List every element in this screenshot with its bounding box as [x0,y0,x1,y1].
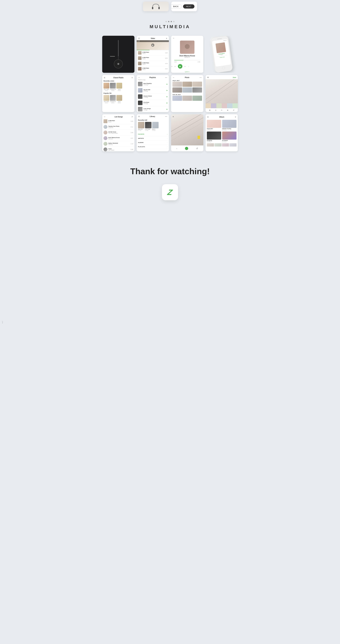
list-item[interactable]: Tired Alan Walker 3:38 [102,147,134,151]
photo-cell[interactable] [192,96,202,101]
adjust-tool[interactable]: ⊙ [215,109,216,111]
back-icon[interactable]: ← [173,76,175,78]
artists-menu-item[interactable]: ARITISTS › [137,136,169,140]
recently-listen-list: ROV Traffic FM 88.8 Computer Art FM 88.8… [102,82,134,92]
popular-fm-list: ROV Traffic FM 88.8 Computer Art FM 88.8… [102,94,134,104]
photo-cell[interactable] [172,82,182,87]
station-item[interactable]: Computer Art FM 88.8 [110,83,116,91]
album-count: 17 songs [145,130,152,131]
album-thumb[interactable]: Love Songs 17 songs [145,122,152,131]
hamburger-icon[interactable]: ☰ [138,116,140,117]
album-name: Rock 2... [152,129,158,130]
back-icon[interactable]: ← [173,37,175,39]
album-item[interactable]: Vietnam Country 32 Photos [222,120,236,130]
playlists-menu-item[interactable]: PLAYLISTS › [137,145,169,149]
refresh-icon[interactable]: ↺ [196,147,198,150]
album-thumbnail[interactable] [207,143,214,146]
shuffle-icon[interactable]: ⇄ [132,116,133,118]
hamburger-icon[interactable]: ☰ [207,116,209,118]
dot-3 [171,21,172,22]
station-item[interactable]: Computer Art FM 88.8 [110,95,116,103]
playlist-item[interactable]: Love Songs 1 songs ▶ [137,106,169,112]
station-item[interactable]: ROV Traffic FM 88.8 [104,95,109,103]
song-duration: 3:07 [130,138,133,139]
favorite-menu-item[interactable]: FAVORITE › [137,132,169,136]
list-item[interactable]: Hailee Steinfeld Starving 1:19 [102,141,134,147]
album-item[interactable]: Shopping 46 Photos [207,132,221,142]
more-icon[interactable]: ••• [165,77,167,78]
hamburger-icon[interactable]: ☰ [104,77,105,78]
album-item[interactable]: Art Sketch 31 Photos [222,132,236,142]
album-thumbnail[interactable] [214,143,222,146]
headphone-card [143,2,169,11]
more-icon[interactable]: ••• [165,116,167,117]
save-button[interactable]: Save [233,77,236,78]
player-progress-bar[interactable] [174,60,200,60]
play-icon[interactable]: ▶ [166,90,168,91]
list-item[interactable]: It Will Rain Bruno 4:25 [102,118,134,124]
list-item[interactable]: It Will Rain Bruno 4:25 [137,66,169,72]
crop-tool[interactable]: ⊞ [209,109,210,111]
photo-cell[interactable] [182,82,192,87]
play-button[interactable]: ▶ [178,64,182,68]
chevron-right-icon: › [167,142,168,143]
album-item[interactable]: Travel 2017 21 Photos [207,120,221,130]
list-item[interactable]: All We Know The Chainsmokers 3:46 [102,130,134,136]
photo-cell[interactable] [172,96,182,101]
back-button[interactable]: BACK [171,4,182,8]
albums-label: ALBUMS [138,142,144,143]
list-item[interactable]: Dont Wanna Know Maroon5 3:07 [102,136,134,141]
photo-cell[interactable] [172,88,182,92]
back-icon[interactable]: ← [104,116,106,118]
more-icon[interactable]: ••• [200,77,202,78]
brush-tool[interactable]: ✏ [221,109,222,111]
photo-cell[interactable] [182,88,192,92]
search-tool[interactable]: ⊕ [227,109,228,111]
back-icon[interactable]: ← [138,76,140,78]
song-duration: 2:11 [130,126,133,128]
albums-menu-item[interactable]: ALBUMS › [137,140,169,145]
album-thumb[interactable]: Balad 2017 31 songs [138,122,144,131]
undo-tool[interactable]: ↺ [233,109,234,111]
station-item[interactable]: ROV Traffic FM 88.8 [104,83,109,91]
album-name: Travel 2017 [207,128,221,129]
playlist-item[interactable]: New Playlists 10 songs ▶ [137,81,169,87]
list-item[interactable]: It Will Rain Bruno 4:25 [137,56,169,61]
svg-rect-0 [152,7,153,9]
list-item[interactable]: It Will Rain Bruno 4:25 [137,50,169,56]
close-icon[interactable]: ✕ [172,116,174,118]
add-icon[interactable]: + [132,76,133,79]
lyrics-button[interactable]: Lyrics ∨ [171,70,203,73]
prev-icon[interactable]: ‹ [176,147,177,150]
next-icon[interactable]: ⏭ [184,66,186,67]
play-icon[interactable]: ▶ [166,102,168,104]
edit-screen-header: ✕ Save [206,75,238,79]
photo-cell[interactable] [192,88,202,92]
album-thumbnail[interactable] [222,143,229,146]
list-item[interactable]: Twenty One Pilots Heathens 2:11 [102,124,134,130]
play-icon[interactable]: ▶ [166,108,168,110]
photo-cell[interactable] [182,96,192,101]
station-item[interactable]: Quick FM 88.8 [116,95,122,103]
edit-toolbar: ⊞ ⊙ ✏ ⊕ ↺ [206,108,238,112]
previous-icon[interactable]: ⏮ [174,66,176,67]
add-icon[interactable]: + [166,37,167,40]
shuffle-icon[interactable]: ⇄ [171,66,172,67]
album-thumbnail[interactable] [230,143,236,146]
playlist-item[interactable]: Purchase 58 songs ▶ [137,100,169,106]
play-icon[interactable]: ▶ [166,96,168,98]
station-item[interactable]: Quick FM 88.8 [116,83,122,91]
album-thumb[interactable]: Rock 2... 21 songs [152,122,158,131]
add-icon[interactable]: + [235,116,236,118]
close-icon[interactable]: ✕ [207,76,209,78]
star-icon[interactable]: ☆ [188,66,189,67]
playlist-item[interactable]: Classic Music 17 songs ▶ [137,94,169,100]
list-item[interactable]: It Will Rain Bruno 4:25 [137,61,169,66]
next-button[interactable]: NEXT [183,4,194,8]
playlist-item[interactable]: Top 20 VAV 20 songs ▶ [137,87,169,94]
photo-cell[interactable] [192,82,202,87]
hamburger-icon[interactable]: ☰ [138,38,140,39]
album-name: Vietnam Country [222,128,236,129]
play-dot[interactable] [185,147,188,150]
play-icon[interactable]: ▶ [166,84,168,85]
